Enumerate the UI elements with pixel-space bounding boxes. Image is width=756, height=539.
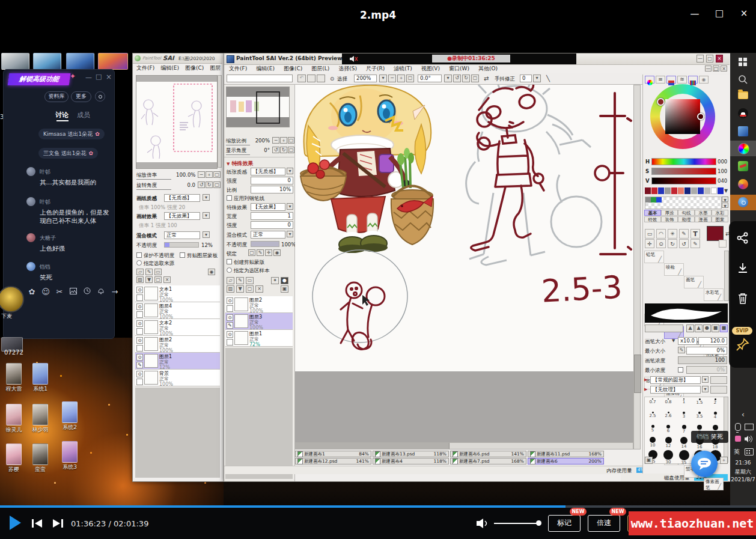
library-button[interactable]: 资料库	[44, 91, 69, 102]
new-pen-layer-icon[interactable]: ✎	[236, 277, 244, 284]
strength-value[interactable]: 0	[251, 177, 293, 184]
desktop-icon-thumb[interactable]	[32, 404, 48, 425]
new-layer-icon[interactable]: ▱	[136, 269, 144, 275]
min-density-checkbox[interactable]	[678, 367, 683, 373]
monitor-icon[interactable]	[745, 424, 754, 430]
desktop-icon-thumb[interactable]	[32, 443, 48, 465]
app-tile-icon[interactable]	[738, 126, 748, 136]
file-tab[interactable]: 新建画布12.psd141%	[295, 458, 371, 464]
size-cell[interactable]: 1.5	[692, 398, 707, 405]
blend-mode-select[interactable]: 正常	[251, 231, 285, 239]
palette-cell[interactable]	[656, 197, 662, 203]
chat-username[interactable]: 叶邨	[40, 198, 50, 206]
dropdown-icon[interactable]: ▾	[702, 386, 709, 392]
new-folder-icon[interactable]: ▭	[154, 269, 162, 275]
size-cell[interactable]: 35	[676, 450, 692, 465]
lock-all-icon[interactable]: ◉	[273, 249, 281, 256]
sv-marker[interactable]	[697, 113, 704, 120]
swatch-more-icon[interactable]: ▼	[724, 188, 728, 193]
desktop-icon-thumb[interactable]	[6, 443, 22, 465]
selection-sample-radio[interactable]: 指定为选区样本	[227, 267, 270, 275]
visibility-eye-icon[interactable]: ⊙	[136, 303, 143, 310]
clock-date[interactable]: 2021/8/7	[730, 477, 756, 483]
rotate-reset-button[interactable]: ▢	[213, 181, 221, 188]
desktop-icon-thumb[interactable]	[62, 401, 78, 423]
brush-cell[interactable]: 铅笔	[644, 251, 664, 263]
qq-icon[interactable]	[738, 108, 748, 118]
next-button[interactable]	[52, 519, 64, 528]
layer-pen-icon[interactable]: ✎	[136, 362, 143, 368]
keyboard-icon[interactable]	[745, 448, 754, 455]
scale-value[interactable]: 10%	[251, 186, 293, 193]
dropdown-icon[interactable]: ▾	[702, 376, 709, 383]
shape-extra-box[interactable]	[710, 376, 727, 384]
main-canvas[interactable]: 2.5-3	[295, 85, 633, 442]
palette-cell[interactable]	[645, 197, 651, 203]
chat-username[interactable]: 大糖子	[40, 234, 56, 242]
brush-cell[interactable]: 水彩笔	[704, 288, 724, 301]
rotate-cw-button[interactable]: ↻	[462, 75, 470, 82]
file-tab[interactable]: 新建画布184%	[295, 451, 371, 457]
tip-shape-icon[interactable]: ●	[703, 324, 711, 332]
layer-row-selected[interactable]: ⊙✎图层3正常100%	[225, 313, 293, 330]
layer-option-box[interactable]	[227, 305, 233, 312]
min-size-value[interactable]: 0%	[686, 347, 727, 355]
rect-select-icon[interactable]: ▭	[645, 229, 654, 239]
size-cell[interactable]: 4	[707, 412, 723, 419]
settings-gear-icon[interactable]	[95, 91, 105, 102]
delete-layer-icon[interactable]: ×	[163, 276, 171, 283]
v-scrollbar-thumb[interactable]	[634, 355, 641, 393]
chat-maximize-icon[interactable]: □	[96, 73, 102, 81]
stabilizer-value-box[interactable]: 0	[520, 75, 532, 82]
grid-view-icon[interactable]: ▣	[645, 457, 653, 464]
tip-shape-icon[interactable]: ▲	[695, 324, 703, 332]
palette-scroll-up[interactable]: ▼	[722, 196, 728, 202]
toolbar-blank-button[interactable]	[317, 75, 325, 82]
desktop-thumbnail[interactable]	[33, 53, 61, 70]
delete-layer-icon[interactable]: ×	[255, 285, 263, 293]
visibility-eye-icon[interactable]: ⊙	[136, 354, 143, 361]
menu-item[interactable]: 滤镜(T)	[394, 65, 412, 73]
swatch[interactable]	[678, 187, 684, 194]
group-tab[interactable]: 基本	[644, 210, 661, 216]
tray-expand-icon[interactable]: ‹	[730, 410, 756, 419]
trash-icon[interactable]	[737, 292, 749, 305]
layer-row[interactable]: ⊙图层2正常100%	[135, 336, 220, 353]
download-icon[interactable]	[737, 262, 749, 274]
hue-marker[interactable]	[657, 98, 665, 106]
file-tab[interactable]: 新建画布4118%	[373, 458, 449, 464]
zoom-out-button[interactable]: −	[388, 75, 396, 82]
group-tab[interactable]: 特效	[644, 216, 661, 222]
h-scrollbar-thumb[interactable]	[296, 443, 450, 449]
paper-texture-select[interactable]: 【无质感】	[251, 168, 285, 175]
prev-button[interactable]	[31, 519, 43, 528]
strength-value[interactable]: 0	[251, 221, 293, 229]
size-cell[interactable]: 12	[660, 437, 676, 448]
swatch[interactable]	[691, 187, 697, 194]
transfer-down-icon[interactable]: ▨	[227, 285, 234, 293]
rotate-ccw-button[interactable]: ↺	[272, 147, 279, 153]
mask-icon[interactable]: ●	[281, 277, 288, 284]
layer-row[interactable]: ⊙图层2正常100%	[225, 296, 293, 313]
angle-dropdown-icon[interactable]: ▾	[444, 75, 452, 82]
layer-option-box[interactable]	[136, 345, 143, 352]
texture-extra-box[interactable]	[710, 386, 727, 394]
clock-time[interactable]: 21:36	[730, 460, 756, 466]
menu-item[interactable]: 编辑(E)	[256, 65, 275, 73]
flip-icon[interactable]: ⇄	[484, 75, 489, 82]
sai1-protect-opacity-check[interactable]: 保护不透明度	[136, 252, 174, 260]
file-tab[interactable]: 新建画布13.psd118%	[373, 451, 449, 457]
radio-icon[interactable]	[136, 260, 142, 266]
maximize-button[interactable]: □	[712, 8, 727, 19]
minimize-button[interactable]: —	[687, 8, 703, 19]
size-cell[interactable]: 3.5	[692, 412, 707, 419]
avatar[interactable]	[26, 167, 35, 176]
scissors-icon[interactable]: ✂	[54, 287, 65, 296]
zoom-out-button[interactable]: −	[198, 171, 205, 178]
clear-layer-icon[interactable]: ▢	[154, 276, 162, 283]
sai2-close-button[interactable]: ×	[716, 55, 723, 62]
file-tab[interactable]: 新建画布11.psd168%	[528, 451, 604, 457]
effect-select[interactable]: 【无效果】	[251, 203, 285, 211]
chat-close-icon[interactable]: ×	[106, 73, 112, 81]
dropdown-icon[interactable]: ▾	[287, 168, 293, 174]
